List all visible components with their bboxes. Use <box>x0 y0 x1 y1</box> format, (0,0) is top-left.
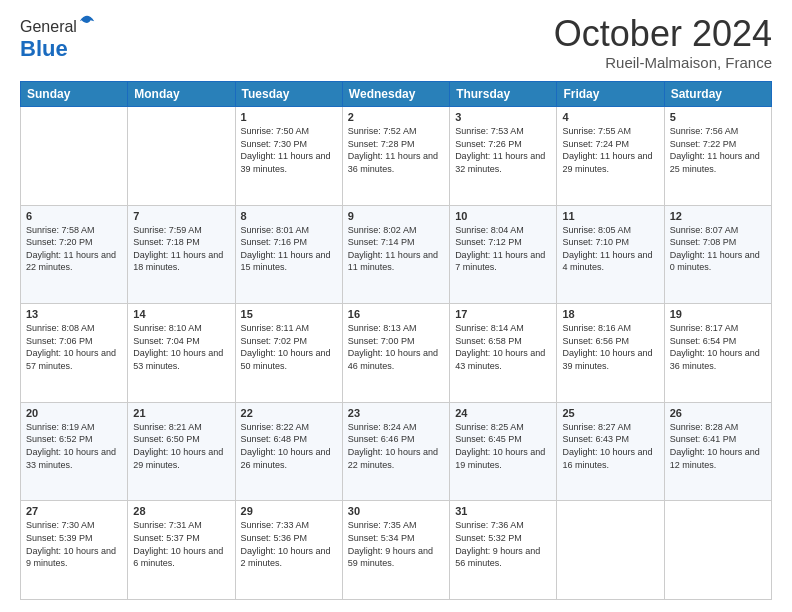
calendar-cell: 25Sunrise: 8:27 AMSunset: 6:43 PMDayligh… <box>557 402 664 501</box>
calendar-cell: 26Sunrise: 8:28 AMSunset: 6:41 PMDayligh… <box>664 402 771 501</box>
calendar-cell: 8Sunrise: 8:01 AMSunset: 7:16 PMDaylight… <box>235 205 342 304</box>
calendar-cell: 4Sunrise: 7:55 AMSunset: 7:24 PMDaylight… <box>557 107 664 206</box>
day-number: 9 <box>348 210 444 222</box>
day-number: 12 <box>670 210 766 222</box>
day-info: Sunrise: 8:24 AMSunset: 6:46 PMDaylight:… <box>348 421 444 471</box>
day-info: Sunrise: 8:27 AMSunset: 6:43 PMDaylight:… <box>562 421 658 471</box>
day-info: Sunrise: 8:17 AMSunset: 6:54 PMDaylight:… <box>670 322 766 372</box>
calendar-cell: 28Sunrise: 7:31 AMSunset: 5:37 PMDayligh… <box>128 501 235 600</box>
calendar-cell: 23Sunrise: 8:24 AMSunset: 6:46 PMDayligh… <box>342 402 449 501</box>
calendar-cell: 15Sunrise: 8:11 AMSunset: 7:02 PMDayligh… <box>235 304 342 403</box>
calendar-location: Rueil-Malmaison, France <box>554 54 772 71</box>
day-number: 17 <box>455 308 551 320</box>
day-number: 11 <box>562 210 658 222</box>
day-number: 16 <box>348 308 444 320</box>
header: General Blue October 2024 Rueil-Malmaiso… <box>20 16 772 71</box>
calendar-cell: 30Sunrise: 7:35 AMSunset: 5:34 PMDayligh… <box>342 501 449 600</box>
day-number: 10 <box>455 210 551 222</box>
calendar-week-5: 27Sunrise: 7:30 AMSunset: 5:39 PMDayligh… <box>21 501 772 600</box>
day-info: Sunrise: 7:36 AMSunset: 5:32 PMDaylight:… <box>455 519 551 569</box>
day-number: 24 <box>455 407 551 419</box>
calendar-cell <box>557 501 664 600</box>
calendar-header-friday: Friday <box>557 82 664 107</box>
day-number: 20 <box>26 407 122 419</box>
calendar-cell: 29Sunrise: 7:33 AMSunset: 5:36 PMDayligh… <box>235 501 342 600</box>
calendar-cell: 1Sunrise: 7:50 AMSunset: 7:30 PMDaylight… <box>235 107 342 206</box>
day-number: 6 <box>26 210 122 222</box>
calendar-cell: 2Sunrise: 7:52 AMSunset: 7:28 PMDaylight… <box>342 107 449 206</box>
day-info: Sunrise: 8:07 AMSunset: 7:08 PMDaylight:… <box>670 224 766 274</box>
day-info: Sunrise: 8:19 AMSunset: 6:52 PMDaylight:… <box>26 421 122 471</box>
day-info: Sunrise: 7:35 AMSunset: 5:34 PMDaylight:… <box>348 519 444 569</box>
calendar-table: SundayMondayTuesdayWednesdayThursdayFrid… <box>20 81 772 600</box>
day-info: Sunrise: 7:56 AMSunset: 7:22 PMDaylight:… <box>670 125 766 175</box>
day-info: Sunrise: 7:52 AMSunset: 7:28 PMDaylight:… <box>348 125 444 175</box>
day-number: 26 <box>670 407 766 419</box>
day-info: Sunrise: 7:50 AMSunset: 7:30 PMDaylight:… <box>241 125 337 175</box>
day-info: Sunrise: 8:02 AMSunset: 7:14 PMDaylight:… <box>348 224 444 274</box>
day-info: Sunrise: 8:13 AMSunset: 7:00 PMDaylight:… <box>348 322 444 372</box>
title-block: October 2024 Rueil-Malmaison, France <box>554 16 772 71</box>
calendar-cell: 14Sunrise: 8:10 AMSunset: 7:04 PMDayligh… <box>128 304 235 403</box>
calendar-week-1: 1Sunrise: 7:50 AMSunset: 7:30 PMDaylight… <box>21 107 772 206</box>
calendar-cell: 9Sunrise: 8:02 AMSunset: 7:14 PMDaylight… <box>342 205 449 304</box>
day-number: 27 <box>26 505 122 517</box>
day-info: Sunrise: 7:31 AMSunset: 5:37 PMDaylight:… <box>133 519 229 569</box>
calendar-cell: 18Sunrise: 8:16 AMSunset: 6:56 PMDayligh… <box>557 304 664 403</box>
calendar-cell: 17Sunrise: 8:14 AMSunset: 6:58 PMDayligh… <box>450 304 557 403</box>
calendar-cell: 11Sunrise: 8:05 AMSunset: 7:10 PMDayligh… <box>557 205 664 304</box>
calendar-cell: 21Sunrise: 8:21 AMSunset: 6:50 PMDayligh… <box>128 402 235 501</box>
day-info: Sunrise: 7:53 AMSunset: 7:26 PMDaylight:… <box>455 125 551 175</box>
calendar-header-row: SundayMondayTuesdayWednesdayThursdayFrid… <box>21 82 772 107</box>
calendar-cell <box>21 107 128 206</box>
day-info: Sunrise: 8:10 AMSunset: 7:04 PMDaylight:… <box>133 322 229 372</box>
day-info: Sunrise: 8:16 AMSunset: 6:56 PMDaylight:… <box>562 322 658 372</box>
page: General Blue October 2024 Rueil-Malmaiso… <box>0 0 792 612</box>
day-info: Sunrise: 8:08 AMSunset: 7:06 PMDaylight:… <box>26 322 122 372</box>
day-number: 4 <box>562 111 658 123</box>
calendar-week-4: 20Sunrise: 8:19 AMSunset: 6:52 PMDayligh… <box>21 402 772 501</box>
day-info: Sunrise: 7:33 AMSunset: 5:36 PMDaylight:… <box>241 519 337 569</box>
day-number: 22 <box>241 407 337 419</box>
calendar-header-tuesday: Tuesday <box>235 82 342 107</box>
logo-blue-text: Blue <box>20 36 68 61</box>
day-info: Sunrise: 8:05 AMSunset: 7:10 PMDaylight:… <box>562 224 658 274</box>
calendar-cell: 6Sunrise: 7:58 AMSunset: 7:20 PMDaylight… <box>21 205 128 304</box>
calendar-cell: 12Sunrise: 8:07 AMSunset: 7:08 PMDayligh… <box>664 205 771 304</box>
calendar-cell: 19Sunrise: 8:17 AMSunset: 6:54 PMDayligh… <box>664 304 771 403</box>
day-number: 2 <box>348 111 444 123</box>
day-info: Sunrise: 7:55 AMSunset: 7:24 PMDaylight:… <box>562 125 658 175</box>
day-info: Sunrise: 8:21 AMSunset: 6:50 PMDaylight:… <box>133 421 229 471</box>
calendar-header-sunday: Sunday <box>21 82 128 107</box>
logo-bird-icon <box>78 14 96 32</box>
day-number: 23 <box>348 407 444 419</box>
calendar-title: October 2024 <box>554 16 772 52</box>
day-info: Sunrise: 8:04 AMSunset: 7:12 PMDaylight:… <box>455 224 551 274</box>
calendar-header-wednesday: Wednesday <box>342 82 449 107</box>
day-number: 19 <box>670 308 766 320</box>
calendar-cell: 20Sunrise: 8:19 AMSunset: 6:52 PMDayligh… <box>21 402 128 501</box>
day-info: Sunrise: 7:59 AMSunset: 7:18 PMDaylight:… <box>133 224 229 274</box>
calendar-cell: 13Sunrise: 8:08 AMSunset: 7:06 PMDayligh… <box>21 304 128 403</box>
day-number: 21 <box>133 407 229 419</box>
day-number: 5 <box>670 111 766 123</box>
calendar-cell: 5Sunrise: 7:56 AMSunset: 7:22 PMDaylight… <box>664 107 771 206</box>
calendar-cell: 24Sunrise: 8:25 AMSunset: 6:45 PMDayligh… <box>450 402 557 501</box>
calendar-header-thursday: Thursday <box>450 82 557 107</box>
day-number: 25 <box>562 407 658 419</box>
day-number: 3 <box>455 111 551 123</box>
day-number: 13 <box>26 308 122 320</box>
logo-general-text: General <box>20 18 77 35</box>
day-info: Sunrise: 8:14 AMSunset: 6:58 PMDaylight:… <box>455 322 551 372</box>
calendar-cell: 31Sunrise: 7:36 AMSunset: 5:32 PMDayligh… <box>450 501 557 600</box>
day-number: 29 <box>241 505 337 517</box>
day-number: 31 <box>455 505 551 517</box>
calendar-header-saturday: Saturday <box>664 82 771 107</box>
calendar-cell <box>128 107 235 206</box>
calendar-cell <box>664 501 771 600</box>
calendar-cell: 7Sunrise: 7:59 AMSunset: 7:18 PMDaylight… <box>128 205 235 304</box>
day-info: Sunrise: 8:25 AMSunset: 6:45 PMDaylight:… <box>455 421 551 471</box>
day-info: Sunrise: 7:58 AMSunset: 7:20 PMDaylight:… <box>26 224 122 274</box>
day-number: 1 <box>241 111 337 123</box>
day-number: 14 <box>133 308 229 320</box>
